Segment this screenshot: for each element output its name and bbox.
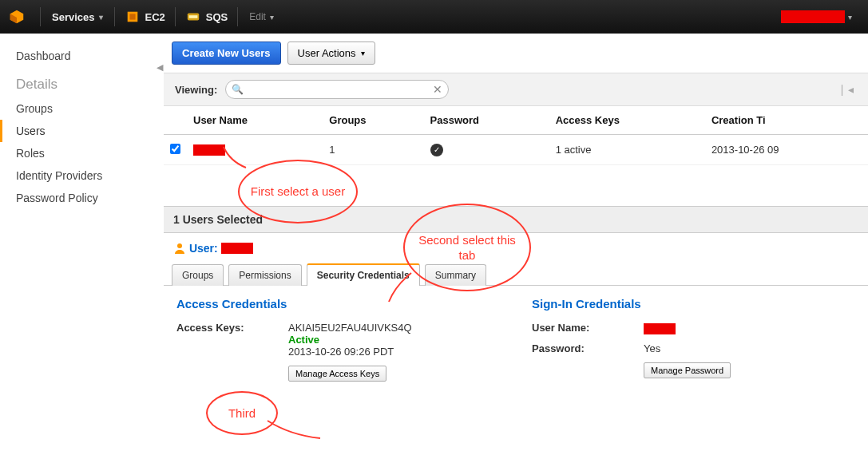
tab-groups[interactable]: Groups: [172, 264, 224, 286]
user-actions-label: User Actions: [298, 47, 356, 59]
create-users-button[interactable]: Create New Users: [172, 42, 281, 65]
col-creation-time[interactable]: Creation Ti: [705, 106, 868, 135]
services-menu[interactable]: Services ▾: [44, 0, 111, 34]
password-label: Password:: [532, 342, 644, 354]
sidebar-heading-details: Details: [16, 67, 156, 97]
main-panel: Create New Users User Actions ▾ Viewing:…: [164, 34, 868, 451]
divider: [40, 7, 41, 26]
detail-tabs: Groups Permissions Security Credentials …: [164, 263, 868, 286]
user-icon: [173, 241, 186, 255]
access-keys-label: Access Keys:: [176, 322, 288, 382]
edit-label: Edit: [249, 11, 266, 22]
chevron-down-icon: ▾: [99, 13, 103, 22]
col-groups[interactable]: Groups: [323, 106, 423, 135]
cell-access-keys: 1 active: [549, 135, 705, 165]
shortcut-ec2[interactable]: EC2: [118, 0, 172, 34]
top-nav: Services ▾ EC2 SQS Edit ▾ ▾: [0, 0, 868, 34]
cell-groups: 1: [323, 135, 423, 165]
tab-security-credentials[interactable]: Security Credentials: [307, 263, 420, 286]
divider: [175, 7, 176, 26]
row-checkbox[interactable]: [170, 144, 180, 154]
signin-username-redacted: [644, 323, 676, 334]
viewing-label: Viewing:: [175, 84, 217, 96]
edit-shortcuts[interactable]: Edit ▾: [241, 0, 282, 34]
user-actions-button[interactable]: User Actions ▾: [287, 42, 375, 65]
access-credentials-section: Access Credentials Access Keys: AKIAI5EU…: [176, 297, 500, 390]
col-checkbox: [164, 106, 187, 135]
shortcut-ec2-label: EC2: [145, 11, 165, 23]
search-icon: 🔍: [232, 84, 244, 95]
signin-credentials-title: Sign-In Credentials: [532, 297, 855, 311]
chevron-down-icon: ▾: [848, 13, 852, 22]
clear-search-icon[interactable]: ✕: [433, 83, 442, 96]
sidebar-item-password-policy[interactable]: Password Policy: [16, 187, 156, 209]
manage-access-keys-button[interactable]: Manage Access Keys: [288, 366, 386, 382]
sidebar-item-groups[interactable]: Groups: [16, 97, 156, 120]
sidebar-item-users[interactable]: Users: [0, 120, 156, 142]
account-name-redacted: [781, 10, 845, 23]
users-table: User Name Groups Password Access Keys Cr…: [164, 106, 868, 165]
detail-username-redacted: [221, 243, 253, 254]
manage-password-button[interactable]: Manage Password: [644, 362, 731, 378]
check-circle-icon: ✓: [430, 144, 443, 156]
cell-creation: 2013-10-26 09: [705, 135, 868, 165]
users-table-area: User Name Groups Password Access Keys Cr…: [164, 106, 868, 206]
view-bar: Viewing: 🔍 ✕ ∣◂: [164, 73, 868, 106]
tab-summary[interactable]: Summary: [425, 264, 486, 286]
shortcut-sqs-label: SQS: [206, 11, 228, 23]
col-access-keys[interactable]: Access Keys: [549, 106, 705, 135]
svg-rect-3: [129, 14, 135, 19]
signin-credentials-section: Sign-In Credentials User Name: Password:…: [532, 297, 855, 390]
access-credentials-title: Access Credentials: [176, 297, 500, 311]
toolbar: Create New Users User Actions ▾: [164, 34, 868, 73]
sidebar-item-dashboard[interactable]: Dashboard: [16, 45, 156, 67]
sidebar-collapse-handle[interactable]: ◀: [156, 62, 164, 73]
search-wrap: 🔍 ✕: [225, 80, 449, 99]
divider: [114, 7, 115, 26]
col-username[interactable]: User Name: [187, 106, 323, 135]
access-key-created: 2013-10-26 09:26 PDT: [288, 346, 412, 358]
password-value: Yes: [644, 342, 660, 354]
user-label: User:: [189, 242, 218, 255]
svg-point-6: [177, 243, 182, 248]
divider: [237, 7, 238, 26]
shortcut-sqs[interactable]: SQS: [179, 0, 234, 34]
detail-header: 1 Users Selected: [164, 206, 868, 233]
tab-permissions[interactable]: Permissions: [228, 264, 301, 286]
chevron-down-icon: ▾: [270, 13, 274, 22]
access-key-status: Active: [288, 334, 412, 346]
detail-user-line: User:: [164, 233, 868, 263]
search-input[interactable]: [225, 80, 449, 99]
detail-body: Access Credentials Access Keys: AKIAI5EU…: [164, 286, 868, 406]
ec2-icon: [125, 9, 141, 25]
aws-logo-icon: [8, 8, 26, 26]
pager-first-prev[interactable]: ∣◂: [839, 83, 857, 96]
svg-rect-5: [188, 15, 197, 18]
account-menu[interactable]: ▾: [773, 0, 860, 34]
services-label: Services: [52, 11, 95, 23]
table-row[interactable]: 1 ✓ 1 active 2013-10-26 09: [164, 135, 868, 165]
sidebar-item-identity-providers[interactable]: Identity Providers: [16, 164, 156, 187]
chevron-down-icon: ▾: [361, 49, 365, 57]
sidebar: Dashboard Details Groups Users Roles Ide…: [0, 34, 156, 451]
signin-username-label: User Name:: [532, 322, 644, 334]
username-redacted: [193, 144, 225, 156]
sqs-icon: [185, 9, 201, 25]
sidebar-item-roles[interactable]: Roles: [16, 142, 156, 164]
access-key-id: AKIAI5EU2FAU4UIVKS4Q: [288, 322, 412, 334]
col-password[interactable]: Password: [424, 106, 549, 135]
